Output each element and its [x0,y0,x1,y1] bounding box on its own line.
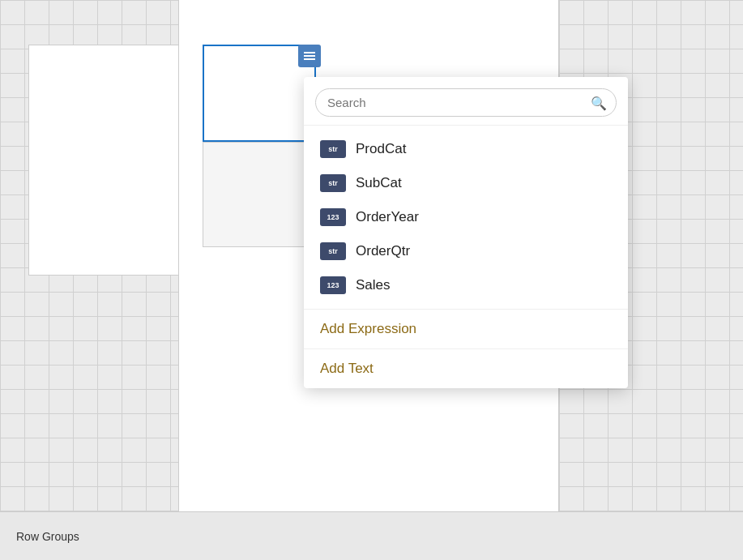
search-input[interactable] [315,88,617,117]
search-section: 🔍 [304,77,628,126]
field-item-subcat[interactable]: strSubCat [304,166,628,200]
field-label-sales: Sales [356,277,391,293]
type-badge-prodcat: str [320,140,346,158]
field-dropdown: 🔍 strProdCatstrSubCat123OrderYearstrOrde… [304,77,628,388]
field-item-orderqtr[interactable]: strOrderQtr [304,234,628,268]
field-label-prodcat: ProdCat [356,141,406,157]
type-badge-orderqtr: str [320,242,346,260]
svg-rect-0 [304,52,315,53]
svg-rect-2 [304,58,315,60]
dropdown-actions: Add ExpressionAdd Text [304,310,628,388]
gray-cell [203,142,316,247]
type-badge-subcat: str [320,174,346,192]
field-item-orderyear[interactable]: 123OrderYear [304,200,628,234]
type-badge-sales: 123 [320,276,346,294]
canvas-area: 🔍 strProdCatstrSubCat123OrderYearstrOrde… [0,0,743,511]
cell-menu-button[interactable] [298,45,321,67]
svg-rect-1 [304,55,315,57]
bottom-bar: Row Groups [0,511,743,560]
field-label-subcat: SubCat [356,175,402,191]
field-item-sales[interactable]: 123Sales [304,268,628,302]
field-label-orderqtr: OrderQtr [356,243,410,259]
search-input-wrapper: 🔍 [315,88,617,117]
search-icon: 🔍 [591,95,607,110]
left-panel [28,45,203,276]
field-list: strProdCatstrSubCat123OrderYearstrOrderQ… [304,126,628,310]
row-groups-label: Row Groups [16,530,79,543]
action-add-text[interactable]: Add Text [304,349,628,388]
field-item-prodcat[interactable]: strProdCat [304,132,628,166]
field-label-orderyear: OrderYear [356,209,419,225]
action-add-expression[interactable]: Add Expression [304,310,628,349]
type-badge-orderyear: 123 [320,208,346,226]
list-icon [303,49,316,62]
